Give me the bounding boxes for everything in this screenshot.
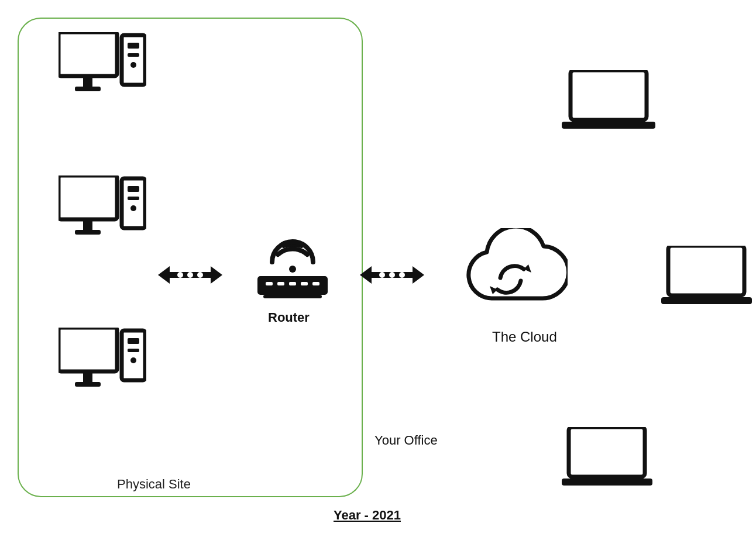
svg-rect-31 <box>277 282 284 285</box>
svg-point-15 <box>130 205 136 211</box>
laptop-3 <box>562 427 652 494</box>
cloud-icon <box>451 228 568 322</box>
svg-rect-20 <box>122 331 145 380</box>
svg-rect-5 <box>128 43 139 49</box>
svg-rect-46 <box>672 250 740 291</box>
laptop-1 <box>562 70 655 140</box>
svg-rect-19 <box>75 382 101 387</box>
svg-rect-9 <box>63 180 112 215</box>
svg-rect-50 <box>562 479 652 486</box>
svg-rect-17 <box>63 332 112 367</box>
svg-point-25 <box>177 272 183 278</box>
svg-rect-22 <box>128 349 139 352</box>
svg-point-28 <box>289 266 296 273</box>
svg-rect-32 <box>289 282 296 285</box>
svg-point-39 <box>399 272 405 278</box>
svg-rect-13 <box>128 186 139 192</box>
desktop-computer-2 <box>59 175 146 252</box>
physical-site-label: Physical Site <box>117 477 191 492</box>
svg-rect-35 <box>263 295 322 298</box>
desktop-computer-3 <box>59 328 146 404</box>
svg-rect-11 <box>75 230 101 235</box>
desktop-computer-1 <box>59 32 146 108</box>
router-icon <box>246 234 339 304</box>
cloud-label: The Cloud <box>492 329 557 345</box>
svg-rect-44 <box>562 122 655 129</box>
svg-rect-33 <box>301 282 308 285</box>
office-label: Your Office <box>374 433 438 448</box>
svg-rect-43 <box>575 74 642 116</box>
svg-point-38 <box>389 272 395 278</box>
svg-point-26 <box>187 272 193 278</box>
svg-rect-47 <box>661 297 752 304</box>
svg-rect-18 <box>83 371 92 382</box>
svg-rect-2 <box>83 76 92 87</box>
svg-rect-6 <box>128 53 139 57</box>
laptop-2 <box>661 246 752 313</box>
router-label: Router <box>268 310 310 325</box>
svg-rect-12 <box>122 178 145 228</box>
svg-rect-21 <box>128 338 139 344</box>
svg-rect-14 <box>128 197 139 200</box>
svg-rect-4 <box>122 35 145 85</box>
svg-rect-3 <box>75 87 101 91</box>
right-network-arrows <box>360 257 424 292</box>
year-label: Year - 2021 <box>334 508 401 523</box>
svg-rect-10 <box>83 219 92 230</box>
left-network-arrows <box>158 257 222 292</box>
svg-rect-49 <box>573 431 641 473</box>
svg-point-7 <box>130 62 136 68</box>
svg-point-37 <box>379 272 385 278</box>
svg-point-27 <box>197 272 203 278</box>
svg-point-23 <box>130 357 136 363</box>
svg-rect-34 <box>312 282 319 285</box>
svg-rect-1 <box>63 37 112 71</box>
svg-rect-30 <box>266 282 273 285</box>
